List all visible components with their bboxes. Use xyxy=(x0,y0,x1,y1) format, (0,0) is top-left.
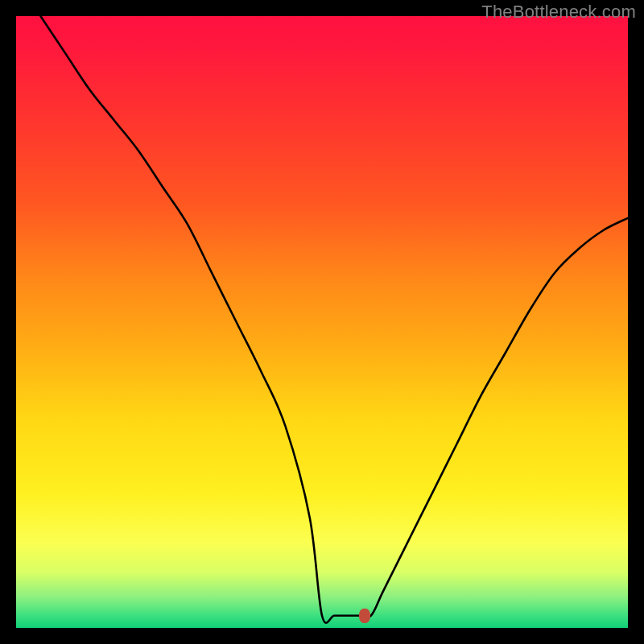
watermark-text: TheBottleneck.com xyxy=(481,2,636,23)
curve-svg xyxy=(16,16,628,628)
plot-area xyxy=(16,16,628,628)
minimum-marker-icon xyxy=(359,609,370,623)
chart-container: TheBottleneck.com xyxy=(0,0,644,644)
bottleneck-curve xyxy=(40,16,628,623)
